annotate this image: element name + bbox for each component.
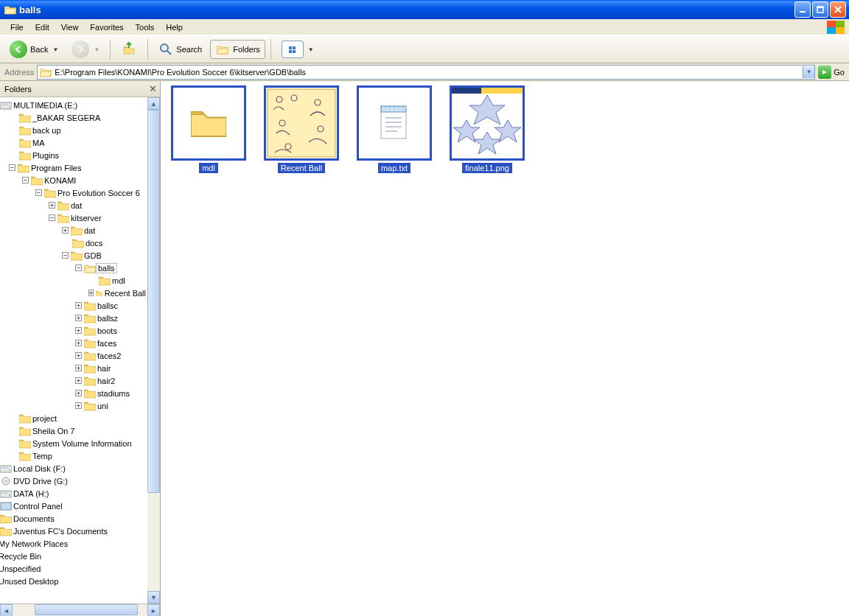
dvd-drive-icon — [0, 477, 12, 486]
folder-icon — [71, 225, 83, 236]
tree-folder[interactable]: −kitserver — [0, 211, 147, 224]
expand-icon[interactable]: + — [75, 315, 82, 321]
minimize-button[interactable] — [794, 1, 811, 18]
tree-folder[interactable]: +Recent Ball — [0, 287, 147, 299]
collapse-icon[interactable]: − — [9, 164, 15, 171]
svg-point-8 — [5, 480, 7, 482]
tree-folder[interactable]: MA — [0, 136, 147, 149]
tree-folder[interactable]: −GDB — [0, 249, 147, 262]
collapse-icon[interactable]: − — [35, 189, 42, 196]
tree-item[interactable]: Control Panel — [0, 500, 147, 512]
tree-folder[interactable]: _BAKAR SEGERA — [0, 111, 147, 124]
tree-folder[interactable]: System Volume Information — [0, 437, 147, 449]
horizontal-scrollbar[interactable]: ◄ ► — [0, 603, 160, 616]
file-item-folder[interactable]: Recent Ball — [264, 85, 339, 173]
file-item-folder[interactable]: mdl — [171, 85, 246, 173]
collapse-icon[interactable]: − — [62, 252, 69, 259]
back-button[interactable]: Back ▼ — [4, 38, 63, 61]
tree-folder[interactable]: +hair — [0, 362, 147, 374]
tree-folder-selected[interactable]: −balls — [0, 262, 147, 274]
tree-folder[interactable]: −Program Files — [0, 161, 147, 174]
scroll-left-button[interactable]: ◄ — [0, 604, 13, 616]
tree-folder[interactable]: Plugins — [0, 149, 147, 161]
address-input[interactable]: E:\Program Files\KONAMI\Pro Evolution So… — [37, 65, 815, 80]
tree-folder[interactable]: +ballsz — [0, 312, 147, 324]
folder-tree[interactable]: MULTIMEDIA (E:) _BAKAR SEGERA back up MA… — [0, 97, 160, 603]
tree-item[interactable]: Documents — [0, 512, 147, 525]
maximize-button[interactable] — [812, 1, 828, 18]
tree-folder[interactable]: +dat — [0, 224, 147, 237]
menu-help[interactable]: Help — [160, 21, 189, 34]
tree-folder[interactable]: mdl — [0, 274, 147, 287]
address-bar: Address E:\Program Files\KONAMI\Pro Evol… — [0, 63, 849, 81]
scroll-thumb[interactable] — [147, 110, 160, 493]
tree-drive[interactable]: Local Disk (F:) — [0, 462, 147, 475]
scroll-down-button[interactable]: ▼ — [147, 591, 160, 603]
tree-folder[interactable]: back up — [0, 124, 147, 136]
tree-drive[interactable]: DVD Drive (G:) — [0, 475, 147, 487]
tree-folder[interactable]: project — [0, 412, 147, 424]
collapse-icon[interactable]: − — [75, 265, 82, 271]
menu-file[interactable]: File — [4, 21, 29, 34]
tree-item[interactable]: Unspecified — [0, 562, 147, 575]
back-icon — [10, 41, 27, 58]
tree-drive[interactable]: MULTIMEDIA (E:) — [0, 99, 147, 111]
menu-view[interactable]: View — [55, 21, 85, 34]
folder-icon — [19, 413, 31, 424]
scroll-thumb[interactable] — [35, 604, 138, 615]
collapse-icon[interactable]: − — [22, 177, 29, 183]
close-button[interactable] — [830, 1, 846, 18]
menu-favorites[interactable]: Favorites — [84, 21, 129, 34]
tree-item[interactable]: Unused Desktop — [0, 575, 147, 587]
chevron-down-icon: ▼ — [52, 46, 58, 53]
forward-icon — [71, 41, 89, 58]
tree-folder[interactable]: −KONAMI — [0, 174, 147, 186]
expand-icon[interactable]: + — [49, 202, 55, 209]
up-button[interactable] — [116, 38, 142, 60]
tree-item[interactable]: My Network Places — [0, 537, 147, 550]
tree-folder[interactable]: +faces — [0, 337, 147, 349]
expand-icon[interactable]: + — [75, 390, 82, 396]
expand-icon[interactable]: + — [75, 402, 82, 409]
tree-folder[interactable]: +faces2 — [0, 349, 147, 362]
menu-edit[interactable]: Edit — [29, 21, 55, 34]
expand-icon[interactable]: + — [75, 352, 82, 359]
tree-drive[interactable]: DATA (H:) — [0, 487, 147, 500]
vertical-scrollbar[interactable]: ▲ ▼ — [147, 97, 160, 603]
expand-icon[interactable]: + — [75, 340, 82, 346]
collapse-icon[interactable]: − — [49, 214, 55, 221]
file-view[interactable]: mdl Recent Ball — [161, 81, 849, 616]
tree-item[interactable]: Juventus FC's Documents — [0, 525, 147, 537]
tree-folder[interactable]: Temp — [0, 449, 147, 462]
tree-folder[interactable]: +stadiums — [0, 387, 147, 399]
tree-folder[interactable]: docs — [0, 237, 147, 249]
scroll-right-button[interactable]: ► — [147, 604, 160, 616]
tree-item[interactable]: Recycle Bin — [0, 550, 147, 562]
tree-folder[interactable]: +uni — [0, 399, 147, 412]
forward-button[interactable]: ▼ — [66, 38, 105, 61]
expand-icon[interactable]: + — [75, 377, 82, 384]
search-button[interactable]: Search — [153, 39, 207, 60]
folder-icon — [19, 113, 31, 123]
menu-tools[interactable]: Tools — [130, 21, 161, 34]
expand-icon[interactable]: + — [88, 290, 94, 296]
address-dropdown-button[interactable]: ▼ — [803, 66, 814, 78]
sidebar-close-button[interactable]: ✕ — [149, 83, 157, 94]
go-button[interactable]: Go — [818, 66, 845, 79]
file-item-image[interactable]: finale11.png — [450, 85, 525, 173]
tree-folder[interactable]: +ballsc — [0, 299, 147, 312]
expand-icon[interactable]: + — [75, 327, 82, 334]
expand-icon[interactable]: + — [62, 227, 69, 234]
drive-icon — [0, 101, 12, 110]
expand-icon[interactable]: + — [75, 365, 82, 371]
folders-button[interactable]: Folders — [210, 40, 265, 59]
expand-icon[interactable]: + — [75, 302, 82, 309]
views-button[interactable]: ▼ — [276, 38, 319, 61]
tree-folder[interactable]: +dat — [0, 199, 147, 211]
tree-folder[interactable]: −Pro Evolution Soccer 6 — [0, 186, 147, 199]
scroll-up-button[interactable]: ▲ — [147, 97, 160, 110]
tree-folder[interactable]: Sheila On 7 — [0, 424, 147, 437]
file-item-text[interactable]: map.txt — [357, 85, 432, 173]
tree-folder[interactable]: +boots — [0, 324, 147, 337]
tree-folder[interactable]: +hair2 — [0, 374, 147, 387]
